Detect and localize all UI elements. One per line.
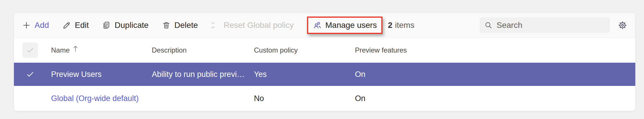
search-box[interactable] xyxy=(480,17,610,33)
manage-users-label: Manage users xyxy=(325,21,377,30)
select-all-checkbox[interactable] xyxy=(22,42,38,58)
cell-custom-policy: No xyxy=(254,94,355,103)
search-icon xyxy=(484,21,493,29)
gear-icon xyxy=(618,21,627,30)
policy-name-link[interactable]: Global (Org-wide default) xyxy=(51,94,152,103)
delete-button-label: Delete xyxy=(174,21,198,30)
items-count: 2items xyxy=(388,21,414,30)
cell-preview-features: On xyxy=(355,94,635,103)
row-check-cell xyxy=(14,66,51,82)
policies-page: Add Edit Duplicate Delete xyxy=(0,0,644,119)
cell-preview-features: On xyxy=(355,70,635,79)
table-row-global[interactable]: Global (Org-wide default) No On xyxy=(14,86,635,111)
table-header-row: Name Description Custom policy Preview f… xyxy=(14,38,635,63)
toolbar: Add Edit Duplicate Delete xyxy=(14,13,635,38)
settings-button[interactable] xyxy=(618,21,627,30)
reset-global-policy-button[interactable]: Reset Global policy xyxy=(211,21,294,30)
items-count-number: 2 xyxy=(388,21,392,30)
cell-name: Preview Users xyxy=(51,70,152,79)
table-row-preview-users[interactable]: Preview Users Ability to run public prev… xyxy=(14,63,635,86)
edit-button[interactable]: Edit xyxy=(62,21,89,30)
manage-users-button[interactable]: Manage users xyxy=(313,21,377,30)
column-header-name-label: Name xyxy=(51,46,70,54)
header-check-cell xyxy=(14,42,51,58)
pencil-icon xyxy=(62,21,71,30)
people-icon xyxy=(313,21,322,30)
add-button-label: Add xyxy=(35,21,49,30)
duplicate-button[interactable]: Duplicate xyxy=(102,21,149,30)
copy-icon xyxy=(102,21,111,30)
column-header-description[interactable]: Description xyxy=(152,46,254,54)
plus-icon xyxy=(22,21,31,30)
items-count-label: items xyxy=(395,21,414,30)
edit-button-label: Edit xyxy=(75,21,89,30)
column-header-custom-policy-label: Custom policy xyxy=(254,46,298,54)
delete-button[interactable]: Delete xyxy=(162,21,198,30)
selected-check-icon xyxy=(22,66,38,82)
duplicate-button-label: Duplicate xyxy=(115,21,149,30)
add-button[interactable]: Add xyxy=(22,21,49,30)
column-header-custom-policy[interactable]: Custom policy xyxy=(254,46,355,54)
column-header-name[interactable]: Name xyxy=(51,46,152,54)
column-header-preview-features[interactable]: Preview features xyxy=(355,46,635,54)
search-input[interactable] xyxy=(497,21,605,30)
sort-ascending-icon xyxy=(72,46,79,52)
cell-custom-policy: Yes xyxy=(254,70,355,79)
reset-arrow-icon xyxy=(211,21,220,30)
cell-description: Ability to run public previe... xyxy=(152,70,254,79)
column-header-description-label: Description xyxy=(152,46,187,54)
reset-global-policy-label: Reset Global policy xyxy=(224,21,294,30)
trash-icon xyxy=(162,21,171,30)
column-header-preview-features-label: Preview features xyxy=(355,46,407,54)
annotation-highlight-box: Manage users xyxy=(307,17,383,34)
policies-panel: Add Edit Duplicate Delete xyxy=(14,13,635,111)
